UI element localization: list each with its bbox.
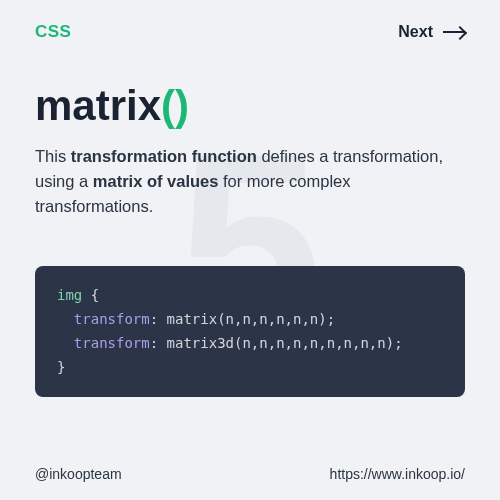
css-label: CSS [35,22,71,42]
code-val-2: matrix3d(n,n,n,n,n,n,n,n,n); [158,335,402,351]
code-line-4: } [57,356,443,380]
code-line-3: transform: matrix3d(n,n,n,n,n,n,n,n,n); [57,332,443,356]
code-prop-2: transform [57,335,150,351]
code-colon-2: : [150,335,158,351]
code-colon-1: : [150,311,158,327]
header: CSS Next [0,0,500,42]
code-block: img { transform: matrix(n,n,n,n,n,n); tr… [35,266,465,397]
code-line-2: transform: matrix(n,n,n,n,n,n); [57,308,443,332]
code-open-brace: { [82,287,99,303]
code-prop-1: transform [57,311,150,327]
code-val-1: matrix(n,n,n,n,n,n); [158,311,335,327]
arrow-right-icon [443,31,465,33]
desc-bold2: matrix of values [93,172,219,190]
code-selector: img [57,287,82,303]
footer-url: https://www.inkoop.io/ [330,466,465,482]
code-close-brace: } [57,359,65,375]
next-label: Next [398,23,433,41]
content: matrix() This transformation function de… [0,42,500,218]
page-title: matrix() [35,82,465,130]
title-parens: () [161,82,189,129]
title-name: matrix [35,82,161,129]
desc-part1: This [35,147,71,165]
desc-bold1: transformation function [71,147,257,165]
code-line-1: img { [57,284,443,308]
footer-handle: @inkoopteam [35,466,122,482]
description: This transformation function defines a t… [35,144,455,218]
next-button[interactable]: Next [398,23,465,41]
footer: @inkoopteam https://www.inkoop.io/ [35,466,465,482]
